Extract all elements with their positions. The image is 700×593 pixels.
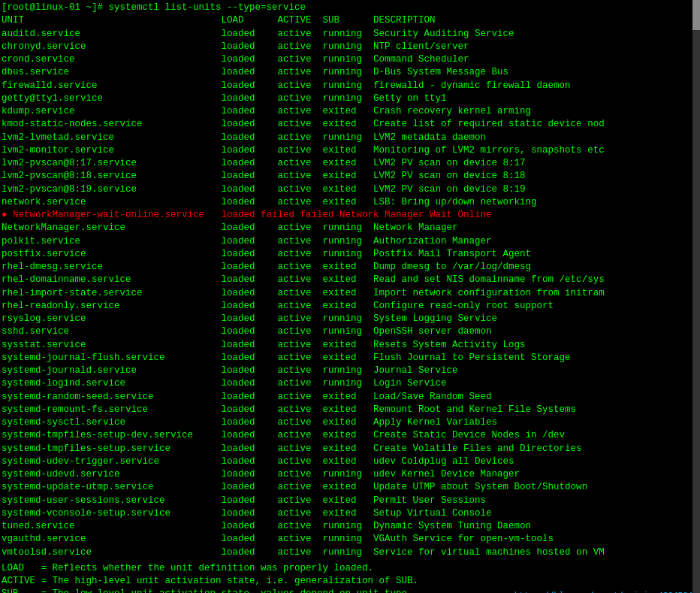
service-row: chronyd.service loaded active running NT… <box>0 41 700 53</box>
service-row: systemd-remount-fs.service loaded active… <box>0 404 700 416</box>
service-row: vgauthd.service loaded active running VG… <box>0 533 700 546</box>
header-line: UNIT LOAD ACTIVE SUB DESCRIPTION <box>0 14 700 27</box>
service-row: polkit.service loaded active running Aut… <box>0 235 700 248</box>
service-row: rhel-dmesg.service loaded active exited … <box>0 261 700 274</box>
scrollbar[interactable] <box>692 0 700 593</box>
service-row: rsyslog.service loaded active running Sy… <box>0 313 700 325</box>
service-row: postfix.service loaded active running Po… <box>0 248 700 261</box>
service-row: rhel-domainname.service loaded active ex… <box>0 274 700 286</box>
terminal-window: [root@linux-01 ~]# systemctl list-units … <box>0 0 700 593</box>
prompt-line: [root@linux-01 ~]# systemctl list-units … <box>0 2 700 14</box>
service-row: systemd-logind.service loaded active run… <box>0 377 700 390</box>
service-row: vmtoolsd.service loaded active running S… <box>0 546 700 559</box>
service-row: lvm2-monitor.service loaded active exite… <box>0 144 700 157</box>
service-row: systemd-vconsole-setup.service loaded ac… <box>0 507 700 520</box>
service-row: lvm2-pvscan@8:19.service loaded active e… <box>0 183 700 196</box>
service-row: systemd-sysctl.service loaded active exi… <box>0 416 700 429</box>
service-row: dbus.service loaded active running D-Bus… <box>0 66 700 79</box>
service-row: crond.service loaded active running Comm… <box>0 53 700 66</box>
service-row: firewalld.service loaded active running … <box>0 80 700 92</box>
service-row: ● NetworkManager-wait-online.service loa… <box>0 209 700 222</box>
footer-line: LOAD = Reflects whether the unit definit… <box>0 562 700 575</box>
service-row: sysstat.service loaded active exited Res… <box>0 339 700 352</box>
service-row: systemd-udevd.service loaded active runn… <box>0 468 700 481</box>
service-row: rhel-import-state.service loaded active … <box>0 287 700 300</box>
footer-line: ACTIVE = The high-level unit activation … <box>0 575 700 588</box>
service-row: systemd-user-sessions.service loaded act… <box>0 495 700 507</box>
scrollbar-thumb[interactable] <box>692 0 700 30</box>
service-row: systemd-udev-trigger.service loaded acti… <box>0 455 700 468</box>
service-row: systemd-journald.service loaded active r… <box>0 365 700 377</box>
service-row: network.service loaded active exited LSB… <box>0 196 700 209</box>
service-row: systemd-journal-flush.service loaded act… <box>0 352 700 365</box>
service-row: lvm2-pvscan@8:17.service loaded active e… <box>0 157 700 170</box>
service-list: auditd.service loaded active running Sec… <box>0 28 700 559</box>
service-row: systemd-random-seed.service loaded activ… <box>0 391 700 404</box>
service-row: systemd-tmpfiles-setup.service loaded ac… <box>0 443 700 455</box>
service-row: auditd.service loaded active running Sec… <box>0 28 700 41</box>
service-row: getty@tty1.service loaded active running… <box>0 92 700 105</box>
service-row: systemd-tmpfiles-setup-dev.service loade… <box>0 429 700 442</box>
service-row: sshd.service loaded active running OpenS… <box>0 325 700 338</box>
service-row: tuned.service loaded active running Dyna… <box>0 520 700 533</box>
service-row: lvm2-pvscan@8:18.service loaded active e… <box>0 170 700 183</box>
service-row: NetworkManager.service loaded active run… <box>0 222 700 234</box>
service-row: kmod-static-nodes.service loaded active … <box>0 118 700 131</box>
status-bar: https://blog.csdn.net/weixin_43945840 <box>512 589 700 593</box>
service-row: systemd-update-utmp.service loaded activ… <box>0 481 700 494</box>
footer-section: LOAD = Reflects whether the unit definit… <box>0 562 700 593</box>
service-row: lvm2-lvmetad.service loaded active runni… <box>0 132 700 144</box>
service-row: rhel-readonly.service loaded active exit… <box>0 300 700 313</box>
service-row: kdump.service loaded active exited Crash… <box>0 105 700 118</box>
